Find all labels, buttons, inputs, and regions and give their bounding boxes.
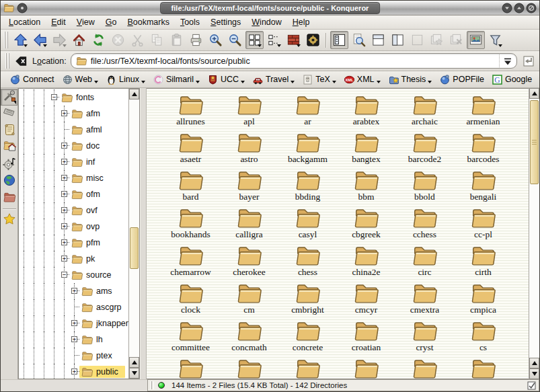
- sidebar-root-folder-button[interactable]: [1, 190, 17, 206]
- tree-expander-minus[interactable]: −: [49, 89, 59, 106]
- folder-item[interactable]: cmbright: [278, 281, 337, 319]
- bookmark-popfile[interactable]: POPFile: [436, 73, 488, 86]
- location-input[interactable]: file:/usr/TeX/texmf-local/fonts/source/p…: [71, 53, 517, 69]
- tree-item-misc[interactable]: +misc: [19, 170, 128, 186]
- tree-item-body[interactable]: ptex: [79, 350, 119, 362]
- tree-item-body[interactable]: ascgrp: [79, 301, 128, 313]
- tree-item-public[interactable]: +public: [19, 364, 128, 379]
- panel-splitter[interactable]: [140, 88, 147, 379]
- folder-item[interactable]: [337, 356, 395, 379]
- menu-location[interactable]: Location: [3, 16, 46, 28]
- expander-box-icon[interactable]: +: [71, 288, 77, 294]
- folder-item[interactable]: bayer: [220, 168, 278, 206]
- sticky-button[interactable]: [17, 3, 28, 13]
- tree-expander-plus[interactable]: +: [59, 186, 69, 202]
- menu-go[interactable]: Go: [100, 16, 122, 28]
- folder-item[interactable]: cherokee: [220, 243, 278, 281]
- tree-item-body[interactable]: fonts: [59, 91, 101, 104]
- bookmark-connect[interactable]: Connect: [7, 73, 58, 86]
- tree-item-inf[interactable]: +inf: [19, 154, 128, 170]
- tree-item-fonts[interactable]: −fonts: [19, 89, 128, 106]
- menu-bookmarks[interactable]: Bookmarks: [122, 16, 175, 28]
- tree-item-body[interactable]: ovf: [69, 204, 104, 217]
- tree-expander-plus[interactable]: +: [59, 138, 69, 154]
- back-button[interactable]: [31, 31, 49, 49]
- tree-item-jknappen[interactable]: +jknappen: [19, 315, 128, 331]
- folder-item[interactable]: backgamm: [278, 130, 337, 168]
- menu-edit[interactable]: Edit: [46, 16, 71, 28]
- location-dropdown-icon[interactable]: [499, 54, 515, 67]
- print-button[interactable]: [187, 31, 205, 49]
- folder-item[interactable]: [278, 356, 337, 379]
- tree-item-ams[interactable]: +ams: [19, 283, 128, 299]
- expander-box-icon[interactable]: +: [61, 239, 67, 245]
- bookmark-xml[interactable]: XMLXML: [341, 73, 384, 86]
- folder-item[interactable]: astro: [220, 130, 278, 168]
- embedded-viewer-button[interactable]: [304, 31, 322, 49]
- tree-expander-plus[interactable]: +: [59, 235, 69, 251]
- folder-item[interactable]: bookhands: [161, 206, 220, 243]
- scroll-down-button[interactable]: [129, 368, 139, 379]
- tree-item-lh[interactable]: +lh: [19, 331, 128, 348]
- expander-box-icon[interactable]: −: [61, 272, 67, 278]
- folder-item[interactable]: armenian: [454, 93, 512, 130]
- scroll-up-button[interactable]: [529, 358, 539, 368]
- folder-item[interactable]: archaic: [395, 93, 454, 130]
- tree-item-ascgrp[interactable]: ascgrp: [19, 299, 128, 315]
- bricks-view-button[interactable]: [284, 31, 303, 49]
- view-scrollbar[interactable]: [529, 88, 539, 379]
- sidebar-toggle-button[interactable]: [330, 31, 348, 49]
- tree-item-body[interactable]: source: [69, 269, 118, 281]
- location-value[interactable]: file:/usr/TeX/texmf-local/fonts/source/p…: [91, 56, 499, 66]
- folder-item[interactable]: [395, 356, 454, 379]
- maximize-button[interactable]: [514, 3, 525, 13]
- tree-expander-plus[interactable]: +: [59, 202, 69, 219]
- folder-item[interactable]: concmath: [220, 319, 278, 356]
- tree-item-doc[interactable]: +doc: [19, 138, 128, 154]
- folder-item[interactable]: allrunes: [161, 93, 220, 130]
- filter-button[interactable]: [486, 31, 504, 49]
- tree-item-body[interactable]: misc: [69, 172, 110, 184]
- scroll-up-button[interactable]: [529, 88, 539, 99]
- bookmark-travel[interactable]: Travel: [249, 73, 298, 86]
- expander-box-icon[interactable]: +: [71, 320, 77, 326]
- folder-item[interactable]: casyl: [278, 206, 337, 243]
- tree-item-pfm[interactable]: +pfm: [19, 235, 128, 251]
- folder-item[interactable]: apl: [220, 93, 278, 130]
- folder-item[interactable]: asaetr: [161, 130, 220, 168]
- toolbar-grip[interactable]: [4, 32, 9, 48]
- folder-item[interactable]: cchess: [395, 206, 454, 243]
- zoom-in-button[interactable]: [206, 31, 225, 49]
- sidebar-services-button[interactable]: [1, 156, 17, 173]
- expander-box-icon[interactable]: +: [61, 256, 67, 262]
- zoom-out-button[interactable]: [226, 31, 244, 49]
- up-button[interactable]: [11, 31, 30, 49]
- tree-item-ovp[interactable]: +ovp: [19, 219, 128, 235]
- titlebar[interactable]: file:/usr/TeX/texmf-local/fonts/source/p…: [1, 1, 539, 15]
- expander-box-icon[interactable]: −: [51, 94, 57, 100]
- split-vertical-button[interactable]: [389, 31, 407, 49]
- thumbnail-preview-button[interactable]: [467, 31, 485, 49]
- tree-expander-plus[interactable]: +: [59, 219, 69, 235]
- folder-item[interactable]: bengali: [454, 168, 512, 206]
- view-link-checkbox-icon[interactable]: [527, 381, 536, 390]
- folder-item[interactable]: clock: [161, 281, 220, 319]
- close-button[interactable]: [526, 3, 537, 13]
- folder-item[interactable]: ar: [278, 93, 337, 130]
- tree-item-body[interactable]: ams: [79, 285, 119, 297]
- bookmark-linux[interactable]: Linux: [103, 73, 149, 86]
- icon-view-button[interactable]: [245, 31, 264, 49]
- tree-expander-plus[interactable]: +: [59, 170, 69, 186]
- folder-item[interactable]: bard: [161, 168, 220, 206]
- folder-item[interactable]: bbold: [395, 168, 454, 206]
- clear-location-button[interactable]: [13, 53, 29, 69]
- folder-item[interactable]: bangtex: [337, 130, 395, 168]
- reload-button[interactable]: [89, 31, 108, 49]
- tree-item-pk[interactable]: +pk: [19, 251, 128, 267]
- sidebar-network-button[interactable]: [1, 173, 17, 190]
- menu-window[interactable]: Window: [246, 16, 286, 28]
- home-button[interactable]: [70, 31, 88, 49]
- sidebar-bookmark-flag-button[interactable]: [1, 106, 17, 122]
- sidebar-config-button[interactable]: [1, 89, 17, 106]
- folder-item[interactable]: chess: [278, 243, 337, 281]
